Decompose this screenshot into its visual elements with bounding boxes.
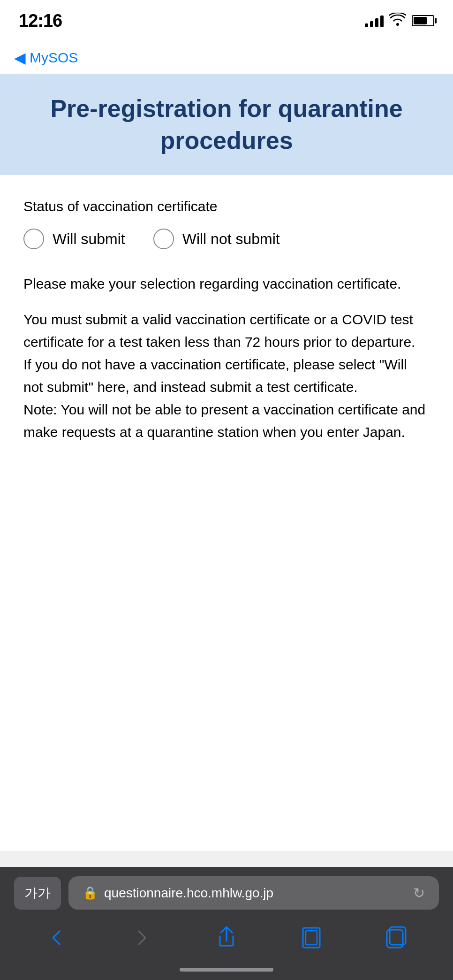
reload-button[interactable]: ↻: [413, 885, 425, 901]
browser-bar: 가가 🔒 questionnaire.hco.mhlw.go.jp ↻: [0, 867, 453, 980]
instruction-1: Please make your selection regarding vac…: [23, 273, 430, 295]
signal-icon: [365, 14, 384, 27]
status-bar: 12:16: [0, 0, 453, 41]
url-text: questionnaire.hco.mhlw.go.jp: [104, 886, 407, 901]
lock-icon: 🔒: [83, 886, 98, 900]
status-icons: [365, 13, 434, 29]
instruction-2: You must submit a valid vaccination cert…: [23, 308, 430, 444]
battery-icon: [412, 15, 434, 26]
home-bar: [180, 968, 273, 972]
page-header: Pre-registration for quarantine procedur…: [0, 74, 453, 175]
forward-nav-button[interactable]: [123, 924, 160, 952]
will-submit-label: Will submit: [53, 230, 125, 248]
address-bar-row: 가가 🔒 questionnaire.hco.mhlw.go.jp ↻: [14, 876, 439, 910]
nav-bar: ◀ MySOS: [0, 41, 453, 74]
back-button[interactable]: ◀ MySOS: [14, 49, 78, 67]
will-submit-option[interactable]: Will submit: [23, 229, 125, 249]
share-button[interactable]: [208, 924, 245, 952]
main-content: Status of vaccination certificate Will s…: [0, 175, 453, 851]
svg-rect-1: [306, 931, 317, 945]
back-label: MySOS: [30, 50, 78, 66]
vaccination-radio-group: Will submit Will not submit: [23, 229, 430, 249]
back-nav-button[interactable]: [38, 924, 76, 952]
font-size-button[interactable]: 가가: [14, 877, 61, 910]
section-label: Status of vaccination certificate: [23, 199, 430, 214]
back-arrow-icon: ◀: [14, 49, 26, 67]
will-not-submit-option[interactable]: Will not submit: [153, 229, 280, 249]
will-not-submit-radio[interactable]: [153, 229, 174, 249]
bookmarks-button[interactable]: [293, 924, 330, 952]
wifi-icon: [389, 13, 406, 29]
page-title: Pre-registration for quarantine procedur…: [23, 93, 430, 156]
status-time: 12:16: [19, 11, 62, 31]
tabs-button[interactable]: [378, 924, 415, 952]
info-text-block: Please make your selection regarding vac…: [23, 273, 430, 444]
browser-nav-actions: [14, 919, 439, 961]
address-bar[interactable]: 🔒 questionnaire.hco.mhlw.go.jp ↻: [68, 876, 439, 910]
will-submit-radio[interactable]: [23, 229, 44, 249]
will-not-submit-label: Will not submit: [182, 230, 280, 248]
home-indicator: [14, 961, 439, 975]
